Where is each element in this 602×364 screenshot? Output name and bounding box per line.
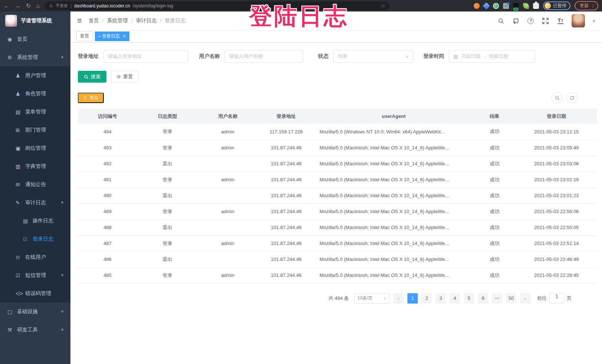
col-header-username: 用户名称	[198, 109, 258, 124]
extension-orange-icon[interactable]	[474, 3, 480, 9]
sidebar-item[interactable]: ⊙ 在线用户	[0, 248, 70, 266]
table-row: 485 登录 admin 101.87.244.46 Mozilla/5.0 (…	[78, 267, 597, 283]
page-number-button[interactable]: 6	[478, 293, 488, 304]
app-logo[interactable]: 芋道管理系统	[0, 11, 70, 30]
org-tree-icon: ⊞	[16, 127, 25, 133]
sidebar-item[interactable]: </> 错误码管理	[0, 284, 70, 302]
fullscreen-icon[interactable]	[542, 17, 549, 24]
cell-date: 2021-05-03 23:05:49	[516, 140, 597, 156]
notice-icon: ✉	[16, 182, 25, 188]
next-page-button[interactable]: ›	[520, 293, 530, 304]
security-warning-icon[interactable]: ⚠	[49, 3, 53, 8]
app-title: 芋道管理系统	[21, 17, 52, 24]
address-input[interactable]: 请输入登录地址	[103, 50, 188, 63]
bookmark-star-icon[interactable]: ☆	[381, 3, 385, 9]
github-icon[interactable]	[512, 17, 520, 24]
cell-username	[198, 188, 258, 203]
sidebar-item[interactable]: ⊞ 部门管理	[0, 121, 70, 139]
font-size-icon[interactable]: TT	[557, 17, 564, 24]
sidebar-item[interactable]: ▤ 操作日志	[0, 212, 70, 230]
sidebar-item[interactable]: ⚒ 研发工具 ∨	[0, 321, 70, 339]
extension-grid-icon[interactable]	[503, 3, 509, 9]
sidebar-item[interactable]: ♟ 用户管理	[0, 66, 70, 85]
page-number-button[interactable]: 3	[436, 293, 446, 304]
status-select[interactable]: 结果 ∨	[333, 50, 413, 63]
browser-home-icon[interactable]: ⌂	[36, 3, 40, 9]
sidebar-item[interactable]: ⚙ 系统管理 ∧	[0, 48, 70, 66]
table-row: 490 退出 101.87.244.46 Mozilla/5.0 (Macint…	[78, 188, 597, 203]
cell-result: 成功	[473, 156, 516, 172]
sidebar-item[interactable]: ☑ 短信管理 ∨	[0, 266, 70, 284]
sidebar-item[interactable]: ▢ 基础设施 ∨	[0, 302, 70, 321]
export-button[interactable]: ⇩ 导出	[78, 93, 104, 103]
breadcrumb-home[interactable]: 首页	[89, 17, 99, 24]
search-button[interactable]: 搜索	[78, 71, 106, 83]
extension-list-on-icon[interactable]	[513, 3, 519, 9]
refresh-button[interactable]	[566, 92, 578, 103]
page-tab[interactable]: 首页	[76, 32, 93, 41]
extension-green-icon[interactable]	[493, 3, 499, 9]
cell-username: admin	[198, 124, 258, 140]
sidebar-item[interactable]: ▣ 岗位管理	[0, 139, 70, 157]
cell-address: 101.87.244.46	[258, 219, 314, 235]
filter-actions: 搜索 ⟳ 重置	[78, 71, 595, 83]
cell-username: admin	[198, 203, 258, 219]
pagination: 共 494 条 10条/页 ∨ ‹ 1 2 3 4 5 6	[78, 293, 595, 304]
page-number-button[interactable]: 4	[450, 293, 460, 304]
breadcrumb-audit[interactable]: 审计日志	[136, 17, 157, 24]
url-domain: dashboard.yudao.iocoder.cn	[74, 3, 130, 9]
sidebar-item-label: 字典管理	[25, 163, 70, 170]
browser-update-button[interactable]: 更新 ⋮	[575, 1, 598, 10]
user-avatar[interactable]	[572, 14, 585, 27]
extension-leaf-icon[interactable]	[523, 3, 529, 9]
cell-useragent: Mozilla/5.0 (Macintosh; Intel Mac OS X 1…	[314, 172, 473, 188]
sidebar-item[interactable]: ⊡ 登录日志	[0, 230, 70, 248]
tab-close-icon[interactable]: ×	[123, 33, 126, 39]
hamburger-icon[interactable]: ≡	[77, 17, 82, 25]
browser-reload-icon[interactable]: ↻	[26, 3, 31, 9]
page-size-select[interactable]: 10条/页 ∨	[354, 293, 390, 304]
select-caret-icon: ∨	[384, 296, 386, 300]
prev-page-button[interactable]: ‹	[393, 293, 404, 304]
page-number-button[interactable]: •••	[492, 293, 502, 304]
start-date-input[interactable]: 开始日期	[461, 53, 480, 60]
page-number-button[interactable]: 50	[506, 293, 516, 304]
toggle-search-button[interactable]	[552, 92, 563, 103]
browser-forward-icon[interactable]: →	[15, 3, 21, 9]
browser-back-icon[interactable]: ←	[4, 3, 10, 9]
sidebar-item[interactable]: ♟ 角色管理	[0, 85, 70, 103]
page-number-button[interactable]: 1	[407, 293, 418, 304]
help-icon[interactable]: ?	[527, 17, 535, 24]
username-input[interactable]: 请输入用户名称	[225, 50, 303, 63]
reset-button[interactable]: ⟳ 重置	[111, 71, 139, 83]
page-number-button[interactable]: 5	[464, 293, 474, 304]
sidebar-item[interactable]: ✎ 审计日志 ∧	[0, 193, 70, 212]
sidebar-item[interactable]: ▤ 菜单管理	[0, 103, 70, 121]
sidebar-item-label: 用户管理	[25, 72, 70, 79]
login-time-label: 登录时间	[423, 53, 444, 60]
search-icon[interactable]	[497, 17, 505, 24]
sidebar-item[interactable]: ◉ 首页	[0, 30, 70, 48]
page-tab[interactable]: ● 登录日志 ×	[95, 32, 129, 41]
sidebar-item[interactable]: ▥ 字典管理	[0, 157, 70, 175]
extension-gem-icon[interactable]	[483, 2, 490, 10]
cell-type: 登录	[137, 203, 198, 219]
user-caret-icon[interactable]: ∨	[592, 19, 595, 23]
col-header-id: 访问编号	[78, 109, 137, 124]
sidebar-item[interactable]: ✉ 通知公告	[0, 175, 70, 193]
cell-type: 退出	[137, 219, 198, 235]
cell-useragent: Mozilla/5.0 (Macintosh; Intel Mac OS X 1…	[314, 251, 473, 267]
end-date-input[interactable]: 结束日期	[489, 53, 508, 60]
browser-profile-button[interactable]: 已暂停	[543, 1, 570, 10]
breadcrumb-system[interactable]: 系统管理	[107, 17, 128, 24]
jump-page-input[interactable]: 1	[549, 293, 564, 303]
date-range-picker[interactable]: ▦ 开始日期 - 结束日期	[449, 50, 535, 63]
address-bar[interactable]: ⚠ 不安全 | dashboard.yudao.iocoder.cn/syste…	[45, 1, 390, 10]
login-log-icon: ⊡	[23, 236, 33, 242]
cell-id: 494	[78, 124, 137, 140]
extensions-puzzle-icon[interactable]	[533, 3, 539, 9]
browser-menu-dots-icon[interactable]: ⋮	[591, 3, 595, 9]
page-number-button[interactable]: 2	[421, 293, 432, 304]
breadcrumb-separator: /	[102, 18, 104, 24]
tab-active-dot: ●	[99, 35, 100, 37]
